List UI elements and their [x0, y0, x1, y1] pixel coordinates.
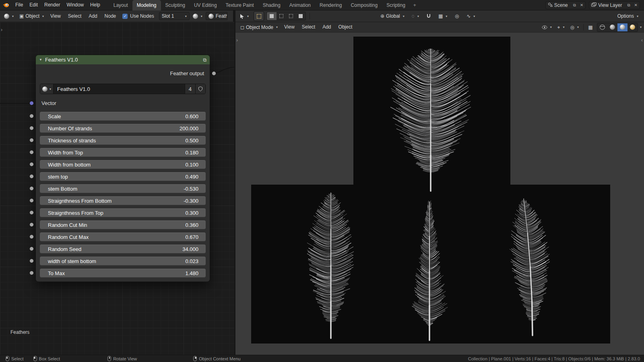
view-layer-selector[interactable]: View Layer ⧉ ✕	[589, 1, 640, 9]
sidebar-expand-icon[interactable]: ‹	[641, 37, 643, 43]
options-dropdown[interactable]: Options ▾	[615, 12, 641, 21]
shading-wireframe-button[interactable]	[597, 23, 607, 31]
fake-user-toggle[interactable]	[195, 84, 205, 94]
viewport-canvas[interactable]: › ‹	[235, 33, 644, 355]
node-input-row-random-cut-max[interactable]: Random Cut Max 0.670	[40, 232, 206, 241]
expand-region-icon[interactable]: ›	[1, 27, 2, 33]
feathers-group-node[interactable]: ▼ Feathers V1.0 ⧉ Feather output ▾ Feath…	[35, 55, 210, 282]
use-nodes-toggle[interactable]: ✓ Use Nodes	[120, 12, 156, 21]
shader-type-dropdown[interactable]: ▣ Object ▾	[17, 12, 46, 21]
toolbar-expand-icon[interactable]: ›	[236, 37, 238, 43]
node-input-row-stem-bottom[interactable]: stem Bottom -0.530	[40, 184, 206, 193]
vp-menu-object[interactable]: Object	[335, 22, 356, 32]
node-input-row-width-of-stem-bottom[interactable]: width of stem bottom 0.023	[40, 257, 206, 265]
input-socket[interactable]	[29, 126, 34, 130]
input-socket[interactable]	[29, 198, 34, 203]
menu-window[interactable]: Window	[63, 0, 87, 10]
vp-menu-add[interactable]: Add	[319, 22, 334, 32]
input-socket[interactable]	[29, 234, 34, 239]
remove-view-layer-icon[interactable]: ✕	[633, 3, 639, 7]
node-input-row-scale[interactable]: Scale 0.600	[40, 112, 206, 121]
ne-menu-node[interactable]: Node	[101, 11, 120, 21]
tab-sculpting[interactable]: Sculpting	[161, 0, 190, 10]
input-socket[interactable]	[29, 222, 34, 227]
transform-pivot-dropdown[interactable]: ◌▾	[409, 12, 421, 21]
tab-compositing[interactable]: Compositing	[346, 0, 382, 10]
shader-editor-area[interactable]: ▼ Feathers V1.0 ⧉ Feather output ▾ Feath…	[0, 22, 234, 355]
tab-layout[interactable]: Layout	[109, 0, 132, 10]
add-workspace-button[interactable]: +	[410, 0, 420, 10]
node-input-row-straignthness-from-bottom[interactable]: Straignthness From Bottom -0.300	[40, 196, 206, 205]
shading-rendered-button[interactable]	[627, 23, 638, 31]
tab-modeling[interactable]: Modeling	[132, 0, 161, 10]
input-socket[interactable]	[29, 271, 34, 275]
input-socket[interactable]	[29, 162, 34, 167]
node-input-row-stem-top[interactable]: stem top 0.490	[40, 172, 206, 181]
menu-render[interactable]: Render	[41, 0, 63, 10]
vector-socket[interactable]	[29, 101, 34, 105]
new-scene-icon[interactable]: ⧉	[572, 3, 577, 8]
feather-object-right[interactable]	[500, 195, 561, 339]
shading-solid-button[interactable]	[607, 23, 617, 31]
node-input-row-width-from-top[interactable]: Width from Top 0.180	[40, 148, 206, 157]
unlink-scene-icon[interactable]: ✕	[579, 3, 584, 7]
viewport-3d[interactable]: ◻ Object Mode ▾ View Select Add Object ▾…	[235, 22, 644, 355]
proportional-falloff-dropdown[interactable]: ∿▾	[464, 12, 477, 21]
input-socket[interactable]	[29, 259, 34, 263]
select-mode-extend-button[interactable]	[277, 12, 286, 20]
mode-dropdown[interactable]: ◻ Object Mode ▾	[238, 23, 280, 32]
tab-scripting[interactable]: Scripting	[382, 0, 410, 10]
editor-separator[interactable]	[234, 10, 235, 355]
vp-menu-view[interactable]: View	[281, 22, 298, 32]
shading-settings-dropdown-icon[interactable]: ▾	[640, 25, 642, 29]
select-mode-invert-button[interactable]	[296, 12, 305, 20]
object-visibility-dropdown[interactable]: ▾	[539, 23, 554, 32]
feather-object-large[interactable]	[374, 44, 487, 196]
tab-shading[interactable]: Shading	[258, 0, 285, 10]
shading-material-button[interactable]	[617, 23, 627, 31]
xray-toggle[interactable]: ▦	[586, 23, 595, 32]
select-box-tool-button[interactable]	[254, 11, 264, 21]
vp-menu-select[interactable]: Select	[299, 22, 318, 32]
node-header[interactable]: ▼ Feathers V1.0 ⧉	[35, 55, 210, 64]
active-tool-dropdown[interactable]: ▾	[237, 12, 251, 21]
ne-menu-select[interactable]: Select	[65, 11, 85, 21]
node-input-row-number-of-strands[interactable]: Number Of strands 200.000	[40, 124, 206, 133]
input-socket[interactable]	[29, 114, 34, 118]
collapse-triangle-icon[interactable]: ▼	[39, 58, 42, 62]
gizmos-dropdown[interactable]: ⌖▾	[555, 23, 567, 32]
select-mode-subtract-button[interactable]	[286, 12, 296, 20]
node-input-row-random-cut-min[interactable]: Random Cut Min 0.360	[40, 220, 206, 229]
output-socket[interactable]	[212, 71, 216, 76]
node-group-selector[interactable]: ▾ Feathers V1.0 4	[40, 84, 206, 94]
editor-type-dropdown[interactable]: ▾	[2, 12, 16, 21]
input-socket[interactable]	[29, 247, 34, 251]
new-view-layer-icon[interactable]: ⧉	[626, 3, 631, 8]
scene-selector[interactable]: Scene ⧉ ✕	[545, 1, 586, 9]
menu-edit[interactable]: Edit	[26, 0, 41, 10]
tab-texture-paint[interactable]: Texture Paint	[221, 0, 258, 10]
edit-group-icon[interactable]: ⧉	[203, 57, 206, 63]
node-input-row-width-from-bottom[interactable]: Width from bottom 0.100	[40, 160, 206, 169]
node-input-row-random-seed[interactable]: Random Seed 34.000	[40, 245, 206, 253]
node-input-row-straignthness-from-top[interactable]: Straignthness From Top 0.300	[40, 208, 206, 217]
tab-rendering[interactable]: Rendering	[315, 0, 346, 10]
browse-material-dropdown[interactable]: ▾	[190, 12, 205, 21]
group-users-count[interactable]: 4	[185, 84, 195, 94]
ne-menu-view[interactable]: View	[47, 11, 64, 21]
tab-animation[interactable]: Animation	[285, 0, 315, 10]
ne-menu-add[interactable]: Add	[85, 11, 100, 21]
input-socket[interactable]	[29, 150, 34, 154]
feather-object-left[interactable]	[293, 189, 369, 343]
material-slot-dropdown[interactable]: Slot 1 ▾	[159, 12, 190, 20]
node-input-row-to-max[interactable]: To Max 1.480	[40, 269, 206, 278]
snap-settings-dropdown[interactable]: ▦▾	[436, 12, 450, 21]
node-input-row-thickness-of-strands[interactable]: Thickness of strands 0.500	[40, 136, 206, 145]
menu-file[interactable]: File	[12, 0, 26, 10]
proportional-edit-toggle[interactable]: ◎	[452, 12, 462, 21]
group-name-field[interactable]: Feathers V1.0	[54, 84, 185, 94]
select-mode-new-button[interactable]	[267, 12, 277, 20]
browse-group-button[interactable]: ▾	[40, 84, 54, 94]
input-socket[interactable]	[29, 186, 34, 191]
overlays-dropdown[interactable]: ◎▾	[568, 23, 581, 32]
